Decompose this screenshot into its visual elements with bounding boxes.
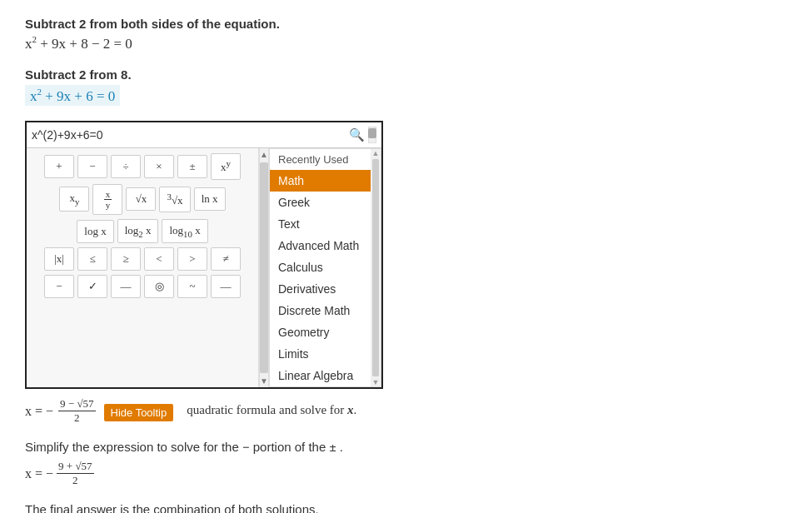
math-editor-input[interactable] [32,128,346,142]
kb-dash3[interactable]: — [211,275,241,298]
step1-post: from both sides of the equation. [86,17,280,31]
dropdown-item-calculus[interactable]: Calculus [270,256,381,278]
step2-period: . [127,67,131,82]
hide-tooltip-btn[interactable]: Hide Tooltip [104,404,174,421]
step2-pre: Subtract [25,67,79,82]
prose1-pm: ± [329,441,336,454]
step1-label: Subtract 2 from both sides of the equati… [25,17,787,31]
kb-ln[interactable]: ln x [194,187,226,211]
dropdown-item-math[interactable]: Math [270,170,381,192]
step1: Subtract 2 from both sides of the equati… [25,17,787,52]
keyboard-dropdown-area: + − ÷ × ± xy xy x y √x 3√x ln x [27,148,381,387]
scroll-track [260,162,268,373]
result2-fraction: 9 + √57 2 [57,460,93,487]
scroll-down-arrow[interactable]: ▼ [258,375,270,387]
dropdown-scroll-down[interactable]: ▼ [372,378,380,386]
dropdown-item-text[interactable]: Text [270,213,381,235]
dropdown-item-geometry[interactable]: Geometry [270,321,381,343]
kb-dash1[interactable]: − [44,275,74,298]
step2-label: Subtract 2 from 8. [25,67,787,82]
kb-gt[interactable]: > [177,247,207,271]
scrollbar-thumb [368,128,376,138]
kb-plusminus[interactable]: ± [177,155,207,178]
kb-log2[interactable]: log2 x [117,219,159,244]
step1-equation: x2 + 9x + 8 − 2 = 0 [25,34,787,52]
kb-abs[interactable]: |x| [44,247,74,271]
result1-denominator: 2 [72,411,82,425]
kb-lt[interactable]: < [144,247,174,271]
kb-xpow[interactable]: xy [211,153,241,179]
result2-denominator: 2 [71,474,80,487]
kb-cbrt[interactable]: 3√x [159,187,190,212]
kb-frac[interactable]: x y [92,184,122,215]
kb-minus[interactable]: − [77,155,107,178]
main-scrollbar: ▲ ▼ [259,148,269,387]
kb-row-4: |x| ≤ ≥ < > ≠ [32,247,253,271]
kb-log10[interactable]: log10 x [162,219,207,244]
kb-circle[interactable]: ◎ [144,275,174,298]
kb-neq[interactable]: ≠ [211,247,241,271]
editor-input-row: 🔍 [27,122,381,148]
kb-row-3: log x log2 x log10 x [32,219,253,244]
step2: Subtract 2 from 8. x2 + 9x + 6 = 0 [25,67,787,107]
result2-numerator: 9 + √57 [57,460,93,474]
kb-row-5: − ✓ — ◎ ~ — [32,275,253,298]
step2-post: from [86,67,121,82]
kb-row-2: xy x y √x 3√x ln x [32,184,253,215]
kb-sqrt[interactable]: √x [126,187,156,211]
dropdown-scroll-thumb [372,159,379,376]
dropdown-item-linear-algebra[interactable]: Linear Algebra [270,365,381,386]
keyboard-area: + − ÷ × ± xy xy x y √x 3√x ln x [27,148,259,387]
search-button[interactable]: 🔍 [346,126,368,144]
final-prose: The final answer is the combination of b… [25,502,787,513]
input-scrollbar [368,127,376,143]
kb-tilde[interactable]: ~ [177,275,207,298]
prose1-dash: − [242,441,250,454]
kb-dash2[interactable]: — [111,275,141,298]
step2-equation: x2 + 9x + 6 = 0 [25,85,120,107]
dropdown-scrollbar: ▲ ▼ [371,149,381,386]
kb-leq[interactable]: ≤ [77,247,107,271]
simplify-prose: Simplify the expression to solve for the… [25,440,787,455]
kb-row-1: + − ÷ × ± xy [32,153,253,179]
dropdown-header: Recently Used [270,149,381,170]
dropdown-item-greek[interactable]: Greek [270,192,381,213]
dropdown-item-limits[interactable]: Limits [270,343,381,365]
kb-check[interactable]: ✓ [77,275,107,298]
result1-equation: x = − 9 − √57 2 [25,397,96,425]
kb-xy-sub[interactable]: xy [59,187,89,212]
result1-numerator: 9 − √57 [58,397,95,411]
kb-geq[interactable]: ≥ [111,247,141,271]
math-editor: 🔍 + − ÷ × ± xy xy x y [25,121,383,389]
step1-label-pre: Subtract [25,17,79,31]
dropdown-item-discrete-math[interactable]: Discrete Math [270,300,381,321]
dropdown-menu: Recently Used Math Greek Text Advanced M… [269,148,381,387]
result2-row: x = − 9 + √57 2 [25,460,787,487]
kb-plus[interactable]: + [44,155,74,178]
quadratic-text: quadratic formula and solve for x. [187,403,356,417]
result1-row: x = − 9 − √57 2 Hide Tooltip quadratic f… [25,397,787,428]
dropdown-item-advanced-math[interactable]: Advanced Math [270,235,381,256]
result1-fraction: 9 − √57 2 [58,397,95,425]
kb-times[interactable]: × [144,155,174,178]
kb-log[interactable]: log x [77,220,113,243]
dropdown-scroll-up[interactable]: ▲ [372,149,380,157]
dropdown-item-derivatives[interactable]: Derivatives [270,278,381,300]
kb-divide[interactable]: ÷ [111,155,141,178]
result2-prefix: x = − [25,466,53,481]
scroll-up-arrow[interactable]: ▲ [258,148,270,161]
